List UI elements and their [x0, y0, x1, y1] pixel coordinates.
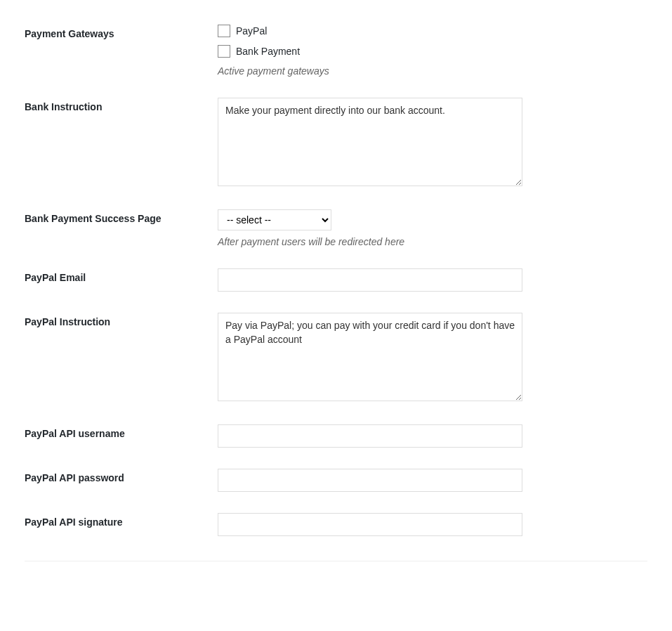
- paypal-checkbox[interactable]: [218, 25, 230, 37]
- label-paypal-api-signature: PayPal API signature: [25, 502, 218, 547]
- bank-instruction-textarea[interactable]: Make your payment directly into our bank…: [218, 98, 522, 186]
- paypal-api-signature-input[interactable]: [218, 513, 522, 536]
- row-bank-success-page: Bank Payment Success Page -- select -- A…: [25, 199, 647, 258]
- row-payment-gateways: Payment Gateways PayPal Bank Payment Act…: [25, 14, 647, 87]
- row-paypal-api-signature: PayPal API signature: [25, 502, 647, 547]
- section-divider: [25, 561, 647, 561]
- paypal-api-username-input[interactable]: [218, 424, 522, 448]
- label-paypal-api-username: PayPal API username: [25, 414, 218, 458]
- row-paypal-api-password: PayPal API password: [25, 458, 647, 502]
- paypal-checkbox-label[interactable]: PayPal: [236, 25, 267, 37]
- paypal-instruction-textarea[interactable]: Pay via PayPal; you can pay with your cr…: [218, 313, 522, 401]
- bank-success-page-select[interactable]: -- select --: [218, 209, 331, 230]
- bank-payment-checkbox[interactable]: [218, 45, 230, 58]
- bank-success-page-description: After payment users will be redirected h…: [218, 236, 640, 247]
- label-bank-success-page: Bank Payment Success Page: [25, 199, 218, 258]
- checkbox-row-paypal: PayPal: [218, 25, 640, 37]
- row-paypal-instruction: PayPal Instruction Pay via PayPal; you c…: [25, 302, 647, 414]
- label-paypal-email: PayPal Email: [25, 258, 218, 302]
- settings-form-table: Payment Gateways PayPal Bank Payment Act…: [25, 14, 647, 547]
- paypal-api-password-input[interactable]: [218, 469, 522, 492]
- payment-gateways-description: Active payment gateways: [218, 65, 640, 77]
- label-bank-instruction: Bank Instruction: [25, 87, 218, 199]
- row-paypal-email: PayPal Email: [25, 258, 647, 302]
- row-bank-instruction: Bank Instruction Make your payment direc…: [25, 87, 647, 199]
- row-paypal-api-username: PayPal API username: [25, 414, 647, 458]
- label-paypal-instruction: PayPal Instruction: [25, 302, 218, 414]
- paypal-email-input[interactable]: [218, 268, 522, 292]
- label-payment-gateways: Payment Gateways: [25, 14, 218, 87]
- checkbox-row-bank: Bank Payment: [218, 45, 640, 58]
- bank-payment-checkbox-label[interactable]: Bank Payment: [236, 46, 300, 57]
- label-paypal-api-password: PayPal API password: [25, 458, 218, 502]
